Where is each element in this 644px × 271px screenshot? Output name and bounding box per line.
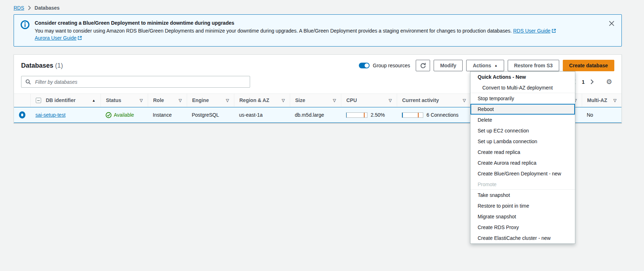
check-circle-icon	[106, 112, 112, 118]
pagination: 1 ⚙	[571, 78, 614, 86]
column-header-db-identifier[interactable]: DB identifier ▲	[30, 94, 101, 107]
info-icon	[20, 20, 30, 29]
refresh-icon	[420, 63, 426, 69]
column-header-engine[interactable]: Engine▽	[187, 94, 234, 107]
menu-item-setup-lambda-connection[interactable]: Set up Lambda connection	[470, 136, 575, 147]
menu-item-create-rds-proxy[interactable]: Create RDS Proxy	[470, 222, 575, 233]
menu-item-create-read-replica[interactable]: Create read replica	[470, 147, 575, 158]
info-banner: Consider creating a Blue/Green Deploymen…	[14, 14, 622, 47]
menu-item-migrate-snapshot[interactable]: Migrate snapshot	[470, 211, 575, 222]
result-count: (1)	[55, 62, 63, 69]
menu-item-take-snapshot[interactable]: Take snapshot	[470, 190, 575, 200]
group-resources-label: Group resources	[373, 63, 410, 68]
role-value: Instance	[153, 112, 172, 118]
status-badge: Available	[106, 112, 134, 118]
aurora-user-guide-link[interactable]: Aurora User Guide	[35, 35, 82, 41]
filter-icon: ▽	[282, 98, 285, 103]
db-identifier-link[interactable]: sai-setup-test	[35, 112, 65, 118]
multi-az-value: No	[587, 112, 593, 118]
filter-icon: ▽	[140, 98, 143, 103]
menu-item-delete[interactable]: Delete	[470, 115, 575, 125]
close-icon[interactable]	[608, 19, 616, 28]
activity-bar	[402, 112, 423, 118]
cpu-value: 2.50%	[371, 112, 385, 118]
breadcrumb-current: Databases	[35, 5, 60, 11]
actions-menu: Quick Actions - New Convert to Multi-AZ …	[470, 71, 575, 244]
column-header-cpu[interactable]: CPU▽	[341, 94, 397, 107]
current-activity-value: 6 Connections	[426, 112, 459, 118]
external-link-icon	[552, 29, 556, 33]
menu-header-quick-actions: Quick Actions - New	[470, 72, 575, 82]
filter-icon: ▽	[389, 98, 392, 103]
group-resources-toggle[interactable]: Group resources	[359, 63, 410, 68]
column-header-status[interactable]: Status▽	[101, 94, 148, 107]
toolbar: Group resources Modify Actions▲ Restore …	[359, 60, 614, 71]
rds-user-guide-link[interactable]: RDS User Guide	[513, 28, 556, 34]
row-radio-selected[interactable]	[19, 111, 25, 118]
menu-item-promote: Promote	[470, 179, 575, 190]
next-page-button[interactable]	[589, 78, 595, 86]
banner-body-text: You may want to consider using Amazon RD…	[35, 28, 512, 34]
filter-icon: ▽	[463, 98, 466, 103]
menu-item-restore-to-point-in-time[interactable]: Restore to point in time	[470, 200, 575, 211]
restore-from-s3-button[interactable]: Restore from S3	[508, 60, 559, 71]
page-title: Databases (1)	[21, 62, 63, 69]
current-page[interactable]: 1	[581, 79, 585, 85]
collapse-all-checkbox-icon[interactable]	[36, 98, 41, 103]
modify-button[interactable]: Modify	[434, 60, 463, 71]
external-link-icon	[78, 36, 82, 40]
menu-item-stop-temporarily[interactable]: Stop temporarily	[470, 93, 575, 104]
filter-icon: ▽	[333, 98, 336, 103]
menu-item-setup-ec2-connection[interactable]: Set up EC2 connection	[470, 125, 575, 136]
breadcrumb-link-rds[interactable]: RDS	[14, 5, 24, 11]
filter-icon: ▽	[614, 98, 616, 103]
menu-item-reboot[interactable]: Reboot	[470, 104, 575, 115]
toggle-on-icon[interactable]	[359, 63, 370, 68]
column-header-role[interactable]: Role▽	[148, 94, 187, 107]
size-value: db.m5d.large	[295, 112, 324, 118]
region-az-value: us-east-1a	[239, 112, 263, 118]
actions-button[interactable]: Actions▲	[466, 60, 504, 71]
create-database-button[interactable]: Create database	[563, 60, 614, 71]
chevron-right-icon	[28, 5, 31, 10]
header-selection-cell	[14, 94, 30, 107]
rds-databases-page: { "breadcrumb": { "items": [ { "label": …	[0, 0, 644, 271]
menu-item-create-aurora-read-replica[interactable]: Create Aurora read replica	[470, 158, 575, 168]
engine-value: PostgreSQL	[192, 112, 219, 118]
gear-icon[interactable]: ⚙	[604, 78, 614, 86]
filter-icon: ▽	[226, 98, 229, 103]
panel-header: Databases (1) Group resources Modify Act…	[14, 55, 621, 71]
banner-body: You may want to consider using Amazon RD…	[35, 27, 597, 42]
menu-item-create-elasticache-cluster[interactable]: Create ElastiCache cluster - new	[470, 233, 575, 243]
filter-icon: ▽	[179, 98, 182, 103]
sort-asc-icon: ▲	[92, 98, 96, 102]
column-header-size[interactable]: Size▽	[290, 94, 341, 107]
cpu-bar	[346, 112, 367, 118]
refresh-button[interactable]	[416, 60, 430, 71]
breadcrumb: RDS Databases	[0, 0, 644, 14]
menu-item-create-blue-green-deployment[interactable]: Create Blue/Green Deployment - new	[470, 168, 575, 179]
column-header-multi-az[interactable]: Multi-AZ▽	[582, 94, 621, 107]
search-box[interactable]	[21, 76, 250, 88]
banner-title: Consider creating a Blue/Green Deploymen…	[35, 19, 597, 26]
filter-input[interactable]	[34, 79, 246, 85]
menu-item-convert-multi-az[interactable]: Convert to Multi-AZ deployment	[470, 82, 575, 93]
column-header-region-az[interactable]: Region & AZ▽	[234, 94, 290, 107]
search-icon	[25, 79, 31, 85]
caret-up-icon: ▲	[494, 64, 498, 67]
column-header-current-activity[interactable]: Current activity▽	[397, 94, 471, 107]
